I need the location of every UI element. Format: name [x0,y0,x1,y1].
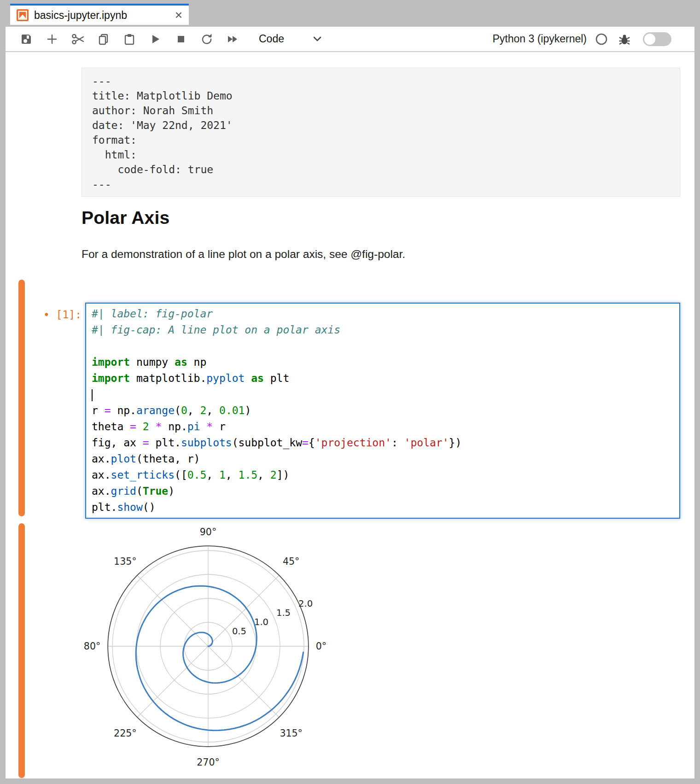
debugger-bug-icon [618,33,631,46]
raw-cell-line: title: Matplotlib Demo [92,88,680,103]
theta-tick-label: 270° [197,757,219,768]
polar-plot-output: 0°45°90°135°180°225°270°315°0.51.01.52.0 [83,518,341,778]
kernel-name[interactable]: Python 3 (ipykernel) [492,33,587,45]
close-icon[interactable]: × [175,9,182,22]
output-collapser[interactable] [18,523,25,778]
code-line [92,338,674,354]
theta-tick-label: 315° [280,728,302,739]
theta-tick-label: 45° [283,556,299,567]
notebook-file-icon [17,9,29,21]
code-line: plt.show() [92,499,674,515]
notebook-tab[interactable]: basics-jupyter.ipynb × [10,4,189,25]
debugger-button[interactable] [618,33,631,46]
theta-tick-label: 135° [114,556,136,567]
add-cell-icon [46,33,58,46]
theta-tick-label: 225° [114,728,136,739]
kernel-status-indicator[interactable] [595,33,608,46]
jupyterlab-window: basics-jupyter.ipynb × [0,0,700,784]
code-cell-editor[interactable]: #| label: fig-polar#| fig-cap: A line pl… [85,303,680,519]
raw-cell-line: date: 'May 22nd, 2021' [92,118,680,133]
code-line: ax.plot(theta, r) [92,451,674,467]
cell-type-dropdown[interactable]: Code [259,33,322,45]
r-tick-label: 2.0 [298,598,313,609]
save-button[interactable] [19,32,33,46]
raw-cell-line: --- [92,177,680,192]
raw-cell-line: --- [92,74,680,88]
copy-cells-icon [97,33,110,46]
kernel-status-icon [595,33,608,46]
code-line [92,386,674,403]
markdown-paragraph: For a demonstration of a line plot on a … [82,248,405,261]
copy-cells-button[interactable] [97,32,111,46]
raw-frontmatter-cell[interactable]: ---title: Matplotlib Demoauthor: Norah S… [82,68,680,197]
simple-mode-toggle[interactable] [643,32,671,46]
r-tick-label: 0.5 [232,626,246,637]
restart-kernel-button[interactable] [200,32,214,46]
raw-cell-line: author: Norah Smith [92,103,680,118]
raw-cell-line: html: [92,147,680,162]
cut-cells-button[interactable] [71,32,85,46]
cut-cells-icon [71,32,85,46]
restart-kernel-icon [200,33,213,46]
raw-cell-line: code-fold: true [92,162,680,177]
code-line: #| label: fig-polar [92,306,674,322]
raw-cell-line: format: [92,133,680,147]
cell-type-value: Code [259,33,284,45]
r-tick-label: 1.5 [276,608,291,618]
theta-tick-label: 90° [200,527,216,538]
paste-cells-button[interactable] [122,32,136,46]
notebook-toolbar: Code Python 3 (ipykernel) [6,27,694,52]
toolbar-right-group: Python 3 (ipykernel) [492,32,694,46]
theta-tick-label: 0° [316,641,327,652]
chevron-down-icon [313,36,322,42]
restart-run-all-button[interactable] [226,32,239,46]
add-cell-button[interactable] [45,32,59,46]
paste-cells-icon [123,33,136,46]
markdown-heading: Polar Axis [82,208,169,228]
notebook-content: ---title: Matplotlib Demoauthor: Norah S… [6,52,694,778]
code-line: import numpy as np [92,354,674,370]
code-line: import matplotlib.pyplot as plt [92,370,674,386]
theta-tick-label: 180° [83,641,100,652]
run-cell-button[interactable] [148,32,162,46]
code-line: r = np.arange(0, 2, 0.01) [92,403,674,419]
code-line: fig, ax = plt.subplots(subplot_kw={'proj… [92,435,674,451]
interrupt-kernel-button[interactable] [174,32,188,46]
code-line: ax.grid(True) [92,483,674,499]
stop-kernel-icon [175,33,187,46]
r-tick-label: 1.0 [254,617,268,627]
tab-title: basics-jupyter.ipynb [34,9,171,22]
code-line: ax.set_rticks([0.5, 1, 1.5, 2]) [92,467,674,483]
save-icon [20,33,33,46]
toggle-knob [644,34,655,45]
run-all-icon [226,33,239,46]
tab-bar: basics-jupyter.ipynb × [0,0,700,27]
code-line: theta = 2 * np.pi * r [92,419,674,435]
execution-prompt: • [1]: [24,309,82,321]
code-line: #| fig-cap: A line plot on a polar axis [92,322,674,338]
run-cell-icon [149,33,162,46]
